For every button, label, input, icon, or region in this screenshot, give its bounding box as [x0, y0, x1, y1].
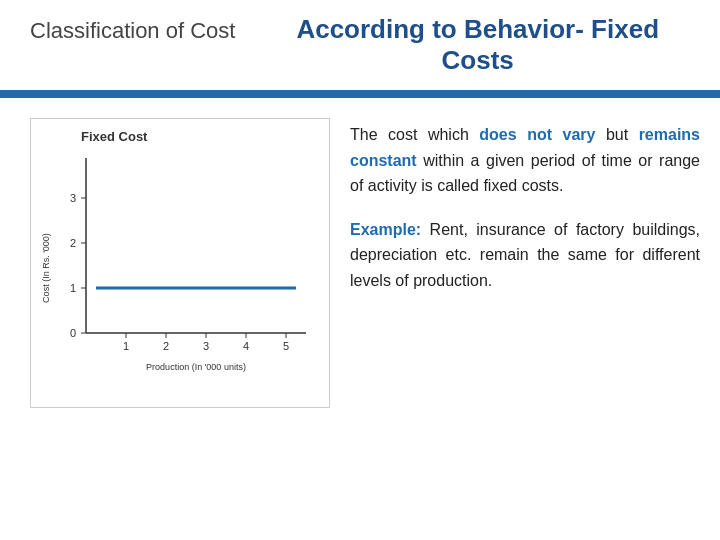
header-row: Classification of Cost According to Beha…: [0, 0, 720, 82]
slide: Classification of Cost According to Beha…: [0, 0, 720, 540]
sub-title: According to Behavior- Fixed Costs: [235, 14, 690, 76]
svg-text:5: 5: [283, 340, 289, 352]
chart-area: Fixed Cost Cost (In Rs. '000) 0: [30, 118, 330, 408]
chart-container: Fixed Cost Cost (In Rs. '000) 0: [30, 118, 330, 408]
text-area: The cost which does not vary but remains…: [350, 118, 700, 408]
highlight-does-not-vary: does not vary: [479, 126, 595, 143]
svg-text:3: 3: [70, 192, 76, 204]
content-area: Fixed Cost Cost (In Rs. '000) 0: [0, 98, 720, 418]
svg-text:4: 4: [243, 340, 249, 352]
svg-text:0: 0: [70, 327, 76, 339]
example-label: Example:: [350, 221, 421, 238]
chart-svg: Cost (In Rs. '000) 0 1 2: [41, 148, 319, 403]
svg-text:2: 2: [163, 340, 169, 352]
example-paragraph: Example: Rent, insurance of factory buil…: [350, 217, 700, 294]
svg-text:Cost (In Rs. '000): Cost (In Rs. '000): [41, 233, 51, 303]
classification-title: Classification of Cost: [30, 18, 235, 44]
svg-text:2: 2: [70, 237, 76, 249]
svg-text:1: 1: [70, 282, 76, 294]
svg-text:1: 1: [123, 340, 129, 352]
main-paragraph: The cost which does not vary but remains…: [350, 122, 700, 199]
chart-title: Fixed Cost: [41, 129, 319, 144]
svg-text:3: 3: [203, 340, 209, 352]
main-text-part2: but: [595, 126, 638, 143]
blue-divider: [0, 90, 720, 98]
svg-text:Production (In '000 units): Production (In '000 units): [146, 362, 246, 372]
main-text-part1: The cost which: [350, 126, 479, 143]
